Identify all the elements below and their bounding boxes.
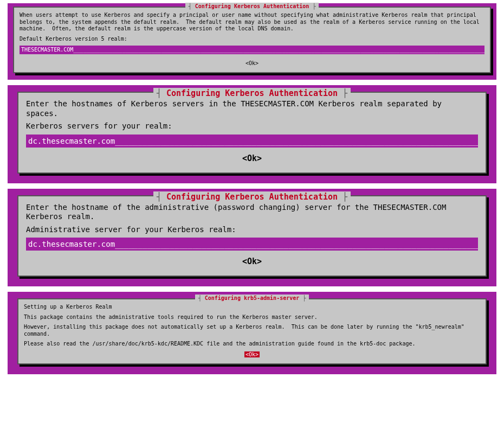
- dialog-prompt: Kerberos servers for your realm:: [26, 121, 478, 131]
- dialog-title: Configuring Kerberos Authentication: [153, 88, 351, 100]
- default-realm-input[interactable]: THESECMASTER.COM________________________…: [20, 46, 484, 54]
- kerberos-servers-input[interactable]: dc.thesecmaster.com_____________________…: [26, 135, 478, 148]
- dialog-body: Enter the hostnames of Kerberos servers …: [26, 99, 478, 118]
- dialog-admin-server: Configuring Kerberos Authentication Ente…: [17, 195, 487, 277]
- admin-server-input[interactable]: dc.thesecmaster.com_____________________…: [26, 238, 478, 251]
- ok-button[interactable]: <Ok>: [24, 351, 480, 359]
- terminal-bg-realm: Configuring Kerberos Authentication When…: [8, 3, 496, 80]
- dialog-default-realm: Configuring Kerberos Authentication When…: [13, 7, 491, 73]
- ok-button[interactable]: <Ok>: [20, 60, 484, 67]
- dialog-krb5-admin-server: Configuring krb5-admin-server Setting up…: [17, 298, 487, 364]
- terminal-bg-servers: Configuring Kerberos Authentication Ente…: [8, 85, 496, 183]
- ok-button[interactable]: <Ok>: [26, 153, 478, 165]
- terminal-bg-admin: Configuring Kerberos Authentication Ente…: [8, 189, 496, 287]
- dialog-kerberos-servers: Configuring Kerberos Authentication Ente…: [17, 92, 487, 174]
- dialog-para: However, installing this package does no…: [24, 324, 480, 337]
- dialog-title: Configuring krb5-admin-server: [195, 295, 309, 302]
- dialog-prompt: Default Kerberos version 5 realm:: [20, 36, 484, 43]
- dialog-title: Configuring Kerberos Authentication: [185, 3, 319, 10]
- dialog-prompt: Administrative server for your Kerberos …: [26, 225, 478, 235]
- ok-button[interactable]: <Ok>: [26, 256, 478, 268]
- dialog-title: Configuring Kerberos Authentication: [153, 191, 351, 203]
- terminal-bg-krb5admin: Configuring krb5-admin-server Setting up…: [8, 292, 496, 374]
- dialog-para: This package contains the administrative…: [24, 314, 480, 321]
- dialog-para: Please also read the /usr/share/doc/krb5…: [24, 341, 480, 348]
- dialog-body: When users attempt to use Kerberos and s…: [20, 12, 484, 33]
- dialog-body: Enter the hostname of the administrative…: [26, 203, 478, 222]
- dialog-para: Setting up a Kerberos Realm: [24, 304, 480, 311]
